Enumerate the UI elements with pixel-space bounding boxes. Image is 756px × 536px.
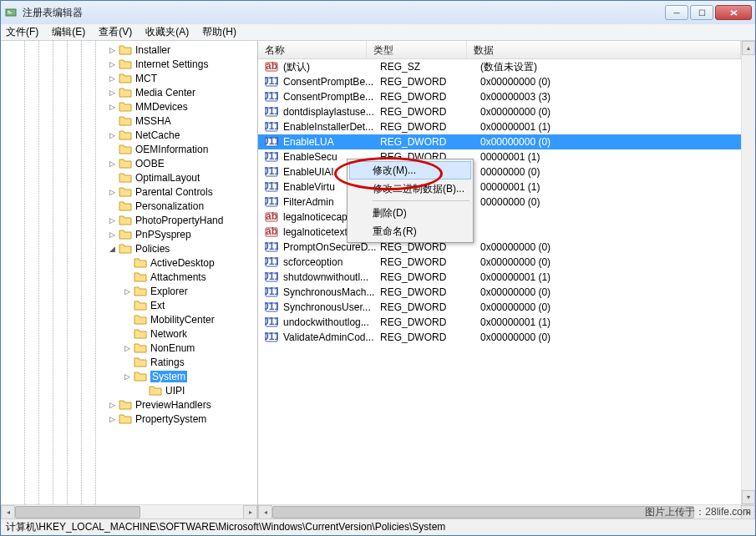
svg-text:ab: ab [266, 225, 277, 237]
value-data: 0x00000000 (0) [480, 331, 741, 343]
minimize-button[interactable]: ─ [665, 5, 688, 20]
col-name[interactable]: 名称 [258, 41, 367, 58]
tree-item[interactable]: ◢Policies [1, 241, 257, 255]
scroll-up-button[interactable]: ▴ [742, 41, 755, 55]
col-data[interactable]: 数据 [467, 41, 741, 58]
titlebar[interactable]: 注册表编辑器 ─ ☐ ✕ [1, 1, 755, 24]
expand-icon[interactable]: ▷ [108, 73, 117, 83]
tree-item[interactable]: UIPI [1, 383, 257, 397]
folder-icon [119, 129, 132, 140]
value-row[interactable]: 011EnableVirtuREG_DWORD00000001 (1) [258, 180, 741, 195]
expand-icon[interactable]: ▷ [108, 88, 117, 97]
expand-icon[interactable]: ▷ [108, 215, 117, 225]
tree-item[interactable]: ▷Explorer [1, 284, 257, 298]
tree-item[interactable]: ▷NonEnum [1, 341, 257, 355]
value-row[interactable]: ab(默认)REG_SZ(数值未设置) [258, 59, 741, 74]
expand-icon[interactable]: ▷ [108, 45, 117, 54]
registry-tree[interactable]: ▷Installer▷Internet Settings▷MCT▷Media C… [1, 41, 257, 426]
value-row[interactable]: ablegalnoticetextREG_SZ [258, 225, 741, 240]
value-row[interactable]: 011ConsentPromptBe...REG_DWORD0x00000000… [258, 74, 741, 89]
tree-item[interactable]: ▷MMDevices [1, 99, 257, 114]
value-row[interactable]: 011FilterAdminREG_DWORD00000000 (0) [258, 195, 741, 210]
expand-icon[interactable]: ▷ [108, 400, 117, 409]
value-row[interactable]: 011undockwithoutlog...REG_DWORD0x0000000… [258, 315, 741, 330]
tree-item[interactable]: OptimalLayout [1, 170, 257, 185]
col-type[interactable]: 类型 [367, 41, 467, 58]
tree-item[interactable]: ▷Parental Controls [1, 185, 257, 199]
tree-item[interactable]: ▷Installer [1, 43, 257, 57]
svg-text:011: 011 [265, 316, 278, 327]
svg-rect-1 [8, 11, 10, 12]
scroll-right-button[interactable]: ▸ [243, 505, 257, 519]
menu-edit[interactable]: 编辑(E) [52, 25, 85, 39]
value-row[interactable]: 011dontdisplaylastuse...REG_DWORD0x00000… [258, 104, 741, 119]
value-row[interactable]: ablegalnoticecaptionREG_SZ [258, 210, 741, 225]
ctx-modify[interactable]: 修改(M)... [349, 161, 471, 180]
tree-item[interactable]: ▷PreviewHandlers [1, 397, 257, 412]
tree-item[interactable]: Network [1, 326, 257, 341]
collapse-icon[interactable]: ◢ [108, 244, 117, 253]
tree-item[interactable]: ActiveDesktop [1, 255, 257, 270]
tree-item[interactable]: ▷OOBE [1, 156, 257, 170]
tree-item[interactable]: ▷System [1, 369, 257, 383]
list-header[interactable]: 名称 类型 数据 [258, 41, 741, 59]
tree-item[interactable]: Ratings [1, 355, 257, 369]
menu-help[interactable]: 帮助(H) [202, 25, 236, 39]
value-row[interactable]: 011EnableSecuREG_DWORD00000001 (1) [258, 149, 741, 164]
tree-item[interactable]: ▷PhotoPropertyHand [1, 213, 257, 227]
tree-item[interactable]: ▷PropertySystem [1, 412, 257, 426]
value-row[interactable]: 011EnableLUAREG_DWORD0x00000000 (0) [258, 134, 741, 149]
ctx-modify-binary[interactable]: 修改二进制数据(B)... [349, 180, 471, 198]
value-row[interactable]: 011ValidateAdminCod...REG_DWORD0x0000000… [258, 330, 741, 345]
tree-item[interactable]: ▷Internet Settings [1, 57, 257, 71]
scroll-down-button[interactable]: ▾ [742, 490, 755, 504]
tree-item[interactable]: MSSHA [1, 114, 257, 128]
tree-item[interactable]: Personalization [1, 199, 257, 213]
ctx-delete[interactable]: 删除(D) [349, 204, 471, 222]
tree-item[interactable]: MobilityCenter [1, 312, 257, 326]
maximize-button[interactable]: ☐ [690, 5, 713, 20]
value-list[interactable]: ab(默认)REG_SZ(数值未设置)011ConsentPromptBe...… [258, 59, 741, 504]
value-row[interactable]: 011shutdownwithoutl...REG_DWORD0x0000000… [258, 270, 741, 285]
tree-item[interactable]: Ext [1, 298, 257, 312]
scroll-left-button[interactable]: ◂ [1, 505, 15, 519]
tree-item[interactable]: Attachments [1, 270, 257, 284]
expand-icon[interactable]: ▷ [123, 286, 132, 296]
expand-icon[interactable]: ▷ [108, 230, 117, 239]
tree-item[interactable]: OEMInformation [1, 142, 257, 156]
expand-icon[interactable]: ▷ [123, 372, 132, 381]
tree-item[interactable]: ▷Media Center [1, 85, 257, 99]
tree-label: Ratings [150, 356, 185, 368]
expand-icon[interactable]: ▷ [108, 59, 117, 68]
expand-icon[interactable]: ▷ [108, 102, 117, 111]
dword-value-icon: 011 [265, 90, 278, 104]
value-name: shutdownwithoutl... [283, 271, 380, 283]
value-type: REG_DWORD [380, 136, 480, 148]
value-row[interactable]: 011SynchronousUser...REG_DWORD0x00000000… [258, 300, 741, 315]
expand-icon[interactable]: ▷ [108, 159, 117, 168]
value-row[interactable]: 011EnableInstallerDet...REG_DWORD0x00000… [258, 119, 741, 134]
expand-icon[interactable]: ▷ [108, 130, 117, 139]
menu-view[interactable]: 查看(V) [99, 25, 132, 39]
tree-item[interactable]: ▷PnPSysprep [1, 227, 257, 241]
list-vscroll[interactable]: ▴ ▾ [741, 41, 755, 504]
expand-icon[interactable]: ▷ [123, 343, 132, 352]
value-row[interactable]: 011PromptOnSecureD...REG_DWORD0x00000000… [258, 240, 741, 255]
menu-file[interactable]: 文件(F) [6, 25, 38, 39]
value-row[interactable]: 011scforceoptionREG_DWORD0x00000000 (0) [258, 255, 741, 270]
tree-item[interactable]: ▷NetCache [1, 128, 257, 142]
value-row[interactable]: 011EnableUIAIREG_DWORD00000000 (0) [258, 164, 741, 180]
value-row[interactable]: 011ConsentPromptBe...REG_DWORD0x00000003… [258, 89, 741, 104]
tree-hscroll[interactable]: ◂ ▸ [1, 504, 257, 518]
value-row[interactable]: 011SynchronousMach...REG_DWORD0x00000000… [258, 285, 741, 300]
expand-icon[interactable]: ▷ [108, 187, 117, 196]
close-button[interactable]: ✕ [715, 5, 752, 20]
ctx-rename[interactable]: 重命名(R) [349, 222, 471, 240]
expand-icon[interactable]: ▷ [108, 414, 117, 423]
menu-favorites[interactable]: 收藏夹(A) [145, 25, 189, 39]
tree-item[interactable]: ▷MCT [1, 71, 257, 85]
folder-icon [119, 229, 132, 240]
no-expander [123, 258, 132, 267]
scroll-left-button[interactable]: ◂ [258, 505, 272, 519]
folder-icon [134, 342, 147, 353]
